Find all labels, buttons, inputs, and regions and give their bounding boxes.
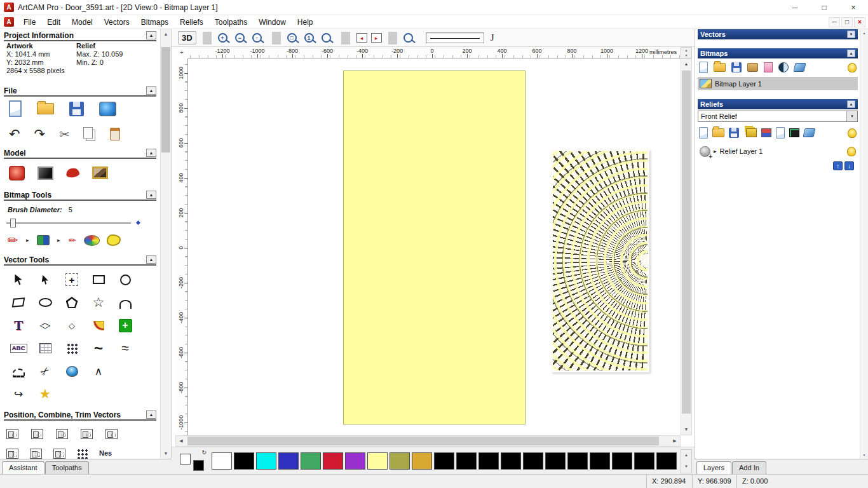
new-model-icon[interactable] [9, 100, 22, 117]
contrast-icon[interactable] [778, 62, 789, 72]
assistant-scrollbar[interactable]: ▲ ▼ [160, 29, 172, 459]
secondary-colour-swatch[interactable] [193, 460, 204, 471]
spin-down-icon[interactable]: ▼ [681, 53, 691, 58]
flood-fill-icon[interactable] [107, 234, 121, 246]
copy-icon[interactable] [83, 127, 93, 139]
paste-icon[interactable] [110, 128, 120, 140]
vectors-header[interactable]: Vectors ▼ [698, 29, 858, 39]
toggle-visibility-icon[interactable] [848, 128, 857, 138]
new-bitmap-layer-icon[interactable] [699, 62, 708, 73]
open-bitmap-layer-icon[interactable] [714, 63, 726, 72]
measure-icon[interactable]: ∧ [94, 365, 103, 378]
scrollbar-thumb[interactable] [682, 71, 691, 414]
trim-vectors-icon[interactable]: ✂ [37, 363, 53, 379]
collapse-section-icon[interactable]: ▲ [146, 255, 156, 264]
undo-icon[interactable]: ↶ [9, 126, 20, 142]
move-layer-down-button[interactable]: ↓ [844, 161, 854, 170]
layers-panel-scrollbar[interactable]: ▲ ▼ [860, 29, 868, 459]
align-partial-icon[interactable] [53, 449, 65, 459]
palette-swatch[interactable] [278, 452, 299, 470]
calculate-relief-icon[interactable] [789, 128, 799, 137]
ellipse-tool-icon[interactable] [39, 298, 52, 307]
menu-file[interactable]: File [18, 17, 41, 28]
block-copy-icon[interactable] [67, 343, 78, 354]
menu-window[interactable]: Window [253, 17, 292, 28]
palette-swatch[interactable] [301, 452, 321, 470]
collapse-section-icon[interactable]: ▲ [847, 50, 855, 57]
align-partial-icon[interactable] [30, 449, 42, 459]
line-width-select[interactable] [426, 32, 484, 43]
wrap-vectors-icon[interactable]: ↪ [14, 388, 23, 401]
text-on-curve-icon[interactable]: ABC [10, 344, 27, 353]
collapse-section-icon[interactable]: ▲ [146, 191, 156, 199]
bitmap-layer-row[interactable]: Bitmap Layer 1 [698, 77, 858, 90]
align-partial-icon[interactable] [77, 449, 88, 459]
select-vectors-icon[interactable] [14, 274, 23, 285]
mdi-restore-button[interactable]: □ [841, 17, 853, 27]
scroll-down-icon[interactable]: ▼ [681, 424, 691, 435]
scroll-down-icon[interactable]: ▼ [681, 461, 691, 473]
paint-tool-icon[interactable]: ✏ [8, 233, 18, 248]
zoom-in-icon[interactable]: + [218, 33, 227, 43]
tab-add-in[interactable]: Add In [732, 461, 766, 474]
tab-layers[interactable]: Layers [696, 461, 731, 474]
palette-swatch[interactable] [345, 452, 365, 470]
menu-reliefs[interactable]: Reliefs [174, 17, 209, 28]
palette-swatch[interactable] [478, 452, 499, 470]
save-model-icon[interactable] [69, 102, 84, 116]
palette-swatch[interactable] [501, 452, 521, 470]
model-lighting-icon[interactable] [9, 166, 25, 180]
star-tool-icon[interactable]: ☆ [93, 295, 105, 310]
menu-edit[interactable]: Edit [41, 17, 66, 28]
align-partial-icon[interactable] [6, 449, 18, 459]
smooth-polyline-icon[interactable]: ≈ [121, 341, 130, 356]
scroll-up-icon[interactable]: ▲ [860, 29, 868, 37]
palette-swatch[interactable] [634, 452, 654, 470]
visibility-bulb-icon[interactable] [847, 147, 856, 156]
new-from-selection-icon[interactable] [776, 127, 785, 139]
close-button[interactable]: × [839, 0, 868, 15]
palette-swatch[interactable] [367, 452, 388, 470]
scroll-up-icon[interactable]: ▲ [161, 29, 171, 39]
palette-swatch[interactable] [523, 452, 543, 470]
palette-swatch[interactable] [656, 452, 677, 470]
zoom-page-icon[interactable]: ▫ [252, 33, 262, 43]
merge-relief-icon[interactable] [761, 128, 771, 137]
grid-array-icon[interactable] [39, 343, 51, 353]
menu-toolpaths[interactable]: Toolpaths [209, 17, 253, 28]
scroll-up-icon[interactable]: ▲ [681, 59, 691, 69]
model-photo-icon[interactable] [37, 166, 53, 180]
zoom-box-icon[interactable]: □ [287, 33, 297, 43]
align-bottom-icon[interactable] [105, 429, 118, 439]
relief-select-combo[interactable]: Front Relief ▼ [698, 111, 858, 122]
palette-swatch[interactable] [212, 452, 232, 470]
palette-swatch[interactable] [434, 452, 454, 470]
palette-swatch[interactable] [567, 452, 588, 470]
maximize-button[interactable]: □ [810, 0, 839, 15]
paste-vector-icon[interactable]: + [119, 319, 132, 332]
bitmap-to-vector-icon[interactable] [66, 366, 78, 377]
paint-selective-icon[interactable] [37, 235, 50, 245]
scroll-up-icon[interactable]: ▲ [681, 450, 691, 461]
text-tool-icon[interactable]: T [14, 318, 23, 334]
expand-section-icon[interactable]: ▼ [847, 30, 855, 38]
duplicate-relief-icon[interactable] [746, 128, 757, 137]
collapse-section-icon[interactable]: ▲ [146, 149, 156, 157]
copy-bitmap-icon[interactable] [764, 62, 773, 72]
dropdown-icon[interactable]: ▼ [846, 111, 857, 121]
door-design-bitmap[interactable] [551, 149, 649, 372]
view-3d-button[interactable]: 3D [178, 31, 196, 44]
tab-toolpaths[interactable]: Toolpaths [45, 461, 89, 474]
new-relief-layer-icon[interactable] [699, 127, 708, 139]
mdi-document-icon[interactable]: A [4, 17, 14, 27]
palette-swatch[interactable] [323, 452, 343, 470]
scrollbar-thumb[interactable] [187, 437, 659, 445]
slider-thumb[interactable] [10, 219, 16, 227]
polygon-tool-icon[interactable] [66, 297, 78, 308]
palette-swatch[interactable] [412, 452, 432, 470]
merge-bitmap-icon[interactable] [747, 63, 758, 72]
scroll-down-icon[interactable]: ▼ [860, 451, 868, 459]
fillet-tool-icon[interactable] [93, 321, 104, 330]
flat-diamond-tool-icon[interactable]: ◇ [40, 321, 51, 330]
menu-model[interactable]: Model [66, 17, 98, 28]
